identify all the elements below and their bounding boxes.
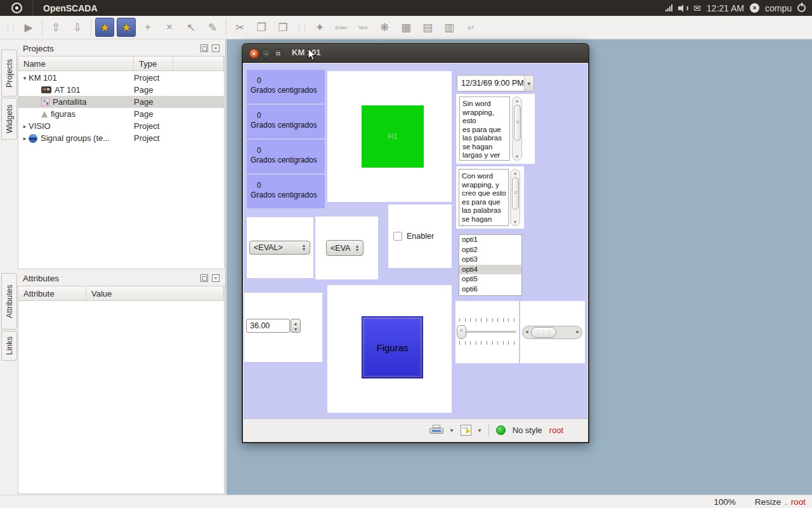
list-item-selected[interactable]: opti4 bbox=[459, 265, 521, 275]
window-maximize-button[interactable] bbox=[273, 49, 283, 58]
toolbar-separator bbox=[91, 19, 91, 36]
km101-canvas: 0Grados centigrados 0Grados centigrados … bbox=[244, 64, 587, 418]
volume-icon[interactable] bbox=[678, 4, 688, 12]
document-widget-icon[interactable]: ▥ bbox=[440, 18, 459, 37]
close-panel-button[interactable]: × bbox=[212, 274, 219, 282]
expander-icon[interactable]: ▸ bbox=[21, 135, 29, 142]
column-header-name[interactable]: Name bbox=[18, 57, 134, 70]
slider-track[interactable] bbox=[459, 331, 516, 333]
float-panel-button[interactable] bbox=[200, 274, 208, 282]
widget-edit-icon[interactable]: ✎ bbox=[203, 18, 222, 37]
protocol-widget-icon[interactable]: ▤ bbox=[418, 18, 437, 37]
shape-widget-icon[interactable]: ✦ bbox=[310, 18, 329, 37]
list-item[interactable]: opti5 bbox=[459, 274, 521, 284]
scroll-right-arrow[interactable]: ▸ bbox=[576, 328, 579, 335]
expander-icon[interactable]: ▾ bbox=[21, 75, 29, 81]
scrollbar-thumb[interactable]: ⋮⋮⋮ bbox=[531, 327, 556, 338]
figuras-button[interactable]: Figuras bbox=[362, 316, 423, 378]
km101-titlebar[interactable]: × – KM 101 bbox=[242, 44, 589, 63]
number-field[interactable]: 36.00 bbox=[246, 319, 290, 333]
list-item[interactable]: opti3 bbox=[459, 255, 521, 265]
figuras-panel: Figuras bbox=[327, 285, 452, 413]
expander-icon[interactable]: ▸ bbox=[21, 123, 29, 130]
connection-status-icon bbox=[496, 425, 506, 435]
print-dropdown-caret[interactable]: ▾ bbox=[450, 427, 454, 434]
tree-row-figuras[interactable]: figuras Page bbox=[18, 108, 224, 120]
paste-icon[interactable]: ❒ bbox=[273, 18, 292, 37]
copy-icon[interactable]: ❐ bbox=[252, 18, 271, 37]
enter-widget-icon[interactable]: Enter bbox=[332, 18, 351, 37]
clock[interactable]: 12:21 AM bbox=[707, 3, 744, 13]
db-save-icon[interactable]: ⇩ bbox=[68, 18, 87, 37]
status-separator bbox=[488, 424, 489, 437]
datetime-value[interactable]: 12/31/69 9:00 PM bbox=[457, 79, 524, 88]
power-icon[interactable] bbox=[797, 4, 806, 12]
mail-icon[interactable]: ✉ bbox=[693, 3, 701, 13]
list-item[interactable]: opti1 bbox=[459, 235, 521, 245]
list-item[interactable]: opti2 bbox=[459, 245, 521, 255]
column-header-type[interactable]: Type bbox=[134, 57, 173, 70]
column-header-attribute[interactable]: Attribute bbox=[18, 286, 86, 300]
signal-group-icon bbox=[29, 134, 37, 143]
topbar-separator bbox=[32, 0, 33, 16]
text-widget-icon[interactable]: Text bbox=[353, 18, 372, 37]
delete-widget-icon[interactable]: × bbox=[160, 18, 179, 37]
page-display-icon bbox=[41, 86, 51, 93]
window-minimize-button[interactable]: – bbox=[261, 49, 271, 58]
scroll-left-arrow[interactable]: ◂ bbox=[525, 328, 528, 335]
run-project-icon[interactable]: ▶ bbox=[19, 18, 38, 37]
tab-projects[interactable]: Projects bbox=[1, 50, 17, 97]
tab-links[interactable]: Links bbox=[1, 331, 17, 361]
network-signal-icon[interactable] bbox=[665, 4, 672, 11]
slider-handle[interactable] bbox=[457, 325, 466, 339]
diagram-widget-icon[interactable]: ▦ bbox=[396, 18, 416, 37]
new-widget-icon[interactable]: ★ bbox=[117, 18, 136, 37]
new-frame-icon[interactable]: ★ bbox=[95, 18, 114, 37]
widget-properties-icon[interactable]: ↖ bbox=[181, 18, 200, 37]
cut-icon[interactable]: ✂ bbox=[230, 18, 249, 37]
textarea-nowrap-scrollbar[interactable]: ▴▾ bbox=[512, 97, 522, 161]
tree-row-visio[interactable]: ▸VISIO Project bbox=[18, 120, 224, 132]
textarea-wrap[interactable]: Con word wrapping, y creo que esto es pa… bbox=[459, 169, 509, 226]
toolbar-grip[interactable]: ⋮⋮ bbox=[296, 23, 307, 32]
textarea-nowrap[interactable]: Sin word wrapping, esto es para que las … bbox=[459, 97, 510, 161]
options-listbox[interactable]: opti1 opti2 opti3 opti4 opti5 opti6 bbox=[459, 234, 522, 296]
ubuntu-logo-icon[interactable] bbox=[11, 3, 22, 13]
export-icon[interactable] bbox=[461, 425, 471, 436]
db-load-icon[interactable]: ⇧ bbox=[46, 18, 65, 37]
eval-combobox[interactable]: <EVAL>▴▾ bbox=[249, 241, 310, 255]
sync-icon[interactable]: × bbox=[750, 3, 759, 13]
tree-row-pantallita[interactable]: Pantallita Page bbox=[18, 96, 224, 108]
media-widget-icon[interactable]: ❋ bbox=[375, 18, 394, 37]
enabler-checkbox[interactable] bbox=[393, 232, 402, 241]
list-item[interactable]: opti6 bbox=[459, 284, 521, 295]
tree-row-at101[interactable]: AT 101 Page bbox=[18, 84, 224, 96]
scrollbar-panel: ◂ ⋮⋮⋮ ▸ bbox=[520, 301, 585, 363]
datetime-dropdown-button[interactable]: ▾ bbox=[524, 76, 534, 91]
export-dropdown-caret[interactable]: ▾ bbox=[478, 427, 481, 434]
tab-attributes[interactable]: Attributes bbox=[1, 273, 17, 330]
function-value-widget-icon[interactable]: ΔT bbox=[461, 18, 480, 37]
toolbar-grip[interactable]: ⋮⋮ bbox=[4, 23, 16, 32]
number-spin-buttons[interactable]: ▴▾ bbox=[291, 319, 301, 333]
mouse-cursor bbox=[308, 48, 317, 61]
session-user-label: root bbox=[549, 425, 563, 435]
datetime-picker[interactable]: 12/31/69 9:00 PM ▾ bbox=[457, 75, 534, 91]
add-widget-icon[interactable]: + bbox=[138, 18, 157, 37]
float-panel-button[interactable] bbox=[200, 44, 208, 52]
text-panel-nowrap: Sin word wrapping, esto es para que las … bbox=[456, 94, 535, 164]
textarea-wrap-scrollbar[interactable]: ▴▾ bbox=[510, 169, 520, 226]
eva-spinbox[interactable]: <EVA▴▾ bbox=[326, 240, 363, 256]
window-close-button[interactable]: × bbox=[249, 49, 259, 58]
tab-widgets[interactable]: Widgets bbox=[1, 98, 17, 140]
horizontal-scrollbar[interactable]: ◂ ⋮⋮⋮ ▸ bbox=[522, 326, 582, 339]
column-header-value[interactable]: Value bbox=[86, 286, 224, 300]
session-user[interactable]: compu bbox=[765, 3, 792, 13]
print-icon[interactable] bbox=[429, 425, 443, 436]
tree-row-km101[interactable]: ▾KM 101 Project bbox=[18, 72, 224, 84]
km101-statusbar: ▾ ▾ No style root bbox=[244, 418, 587, 441]
km101-window[interactable]: × – KM 101 0Grados centigrados 0Grados c… bbox=[242, 43, 589, 443]
tree-row-signal-groups[interactable]: ▸Signal groups (te... Project bbox=[18, 132, 224, 144]
h1-green-square[interactable]: H1 bbox=[362, 105, 424, 168]
close-panel-button[interactable]: × bbox=[212, 44, 219, 52]
